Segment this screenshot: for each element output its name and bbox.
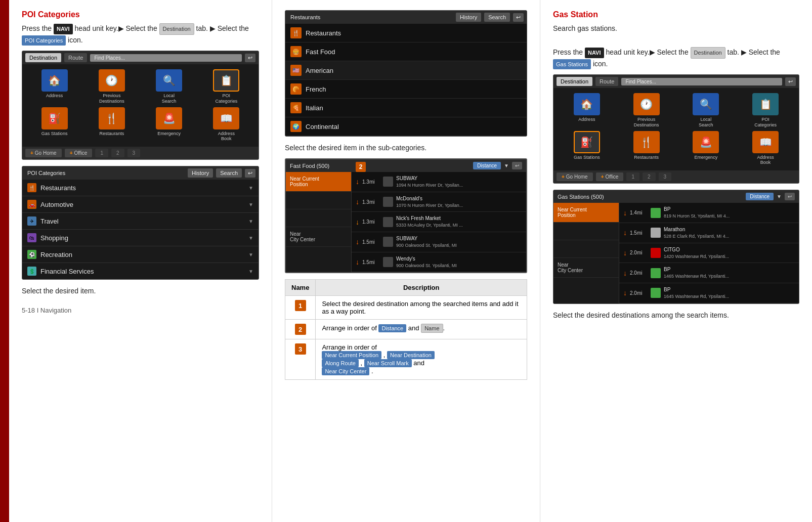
gas-search-box[interactable]: Find Places...	[621, 78, 782, 85]
nav-icon-emergency-label: Emergency	[157, 131, 181, 137]
gas-result-row-4[interactable]: ↓ 2.0mi BP1465 Washtenaw Rd, Ypsilanti..…	[619, 263, 799, 283]
gas-result-row-3[interactable]: ↓ 2.0mi CITGO1420 Washtenaw Rd, Ypsilant…	[619, 243, 799, 264]
nav-icon-prev-dest[interactable]: 🕐 PreviousDestinations	[84, 69, 139, 104]
gas-nav-icon-address[interactable]: 🏠 Address	[559, 93, 615, 128]
gas-results-title: Gas Stations (500)	[558, 194, 743, 200]
go-home-btn[interactable]: + Go Home	[25, 149, 62, 157]
table-row-2-desc: Arrange in order of Distance and Name.	[316, 320, 527, 339]
nav-icon-poi-label: POICategories	[216, 93, 238, 104]
gas-nav-icon-addrbook[interactable]: 📖 AddressBook	[737, 131, 794, 166]
distance-badge: Distance	[378, 324, 406, 332]
result-row-4[interactable]: ↓ 1.5mi SUBWAY900 Oakwood St. Ypsilanti,…	[352, 232, 526, 252]
result-dist-2: 1.3mi	[362, 199, 380, 205]
rest-item-french[interactable]: 🥐 French	[285, 80, 527, 99]
gas-nav-icon-emergency-label: Emergency	[695, 155, 718, 160]
result-row-1[interactable]: ↓ 1.3mi SUBWAY1094 N Huron River Dr, Yps…	[352, 172, 526, 192]
sidebar-item-2[interactable]	[286, 192, 351, 209]
rest-item-italian[interactable]: 🍕 Italian	[285, 99, 527, 117]
sidebar-near-city-center[interactable]: NearCity Center	[286, 227, 351, 247]
back-btn-1[interactable]: ↩	[245, 54, 255, 62]
nav-screen-2-left: POI Categories History Search ↩ 🍴 Restau…	[22, 166, 259, 280]
gas-icons-grid: 🏠 Address 🕐 PreviousDestinations 🔍 Local…	[553, 88, 799, 170]
nav-icon-poi[interactable]: 📋 POICategories	[199, 69, 253, 104]
right-para2-text3: tab. ▶ Select the	[728, 48, 780, 56]
gas-nav-icon-restaurants-label: Restaurants	[634, 155, 659, 160]
gas-sidebar-near-current[interactable]: Near CurrentPosition	[553, 203, 619, 223]
gas-back-btn-1[interactable]: ↩	[785, 77, 796, 86]
badge-2: 2	[356, 162, 366, 172]
sidebar-item-3[interactable]	[286, 209, 351, 227]
gas-result-row-1[interactable]: ↓ 1.4mi BP819 N Huron St, Ypsilanti, MI …	[619, 203, 799, 223]
gas-results-back-btn[interactable]: ↩	[785, 193, 795, 200]
search-box-1[interactable]: Find Places...	[90, 54, 242, 62]
gas-results-sort-badge[interactable]: Distance	[746, 193, 774, 200]
results-dropdown-arrow-icon[interactable]: ▼	[504, 163, 509, 168]
gas-nav-icon-prev-label: PreviousDestinations	[634, 117, 659, 128]
gas-results-sidebar: Near CurrentPosition NearCity Center	[553, 203, 619, 303]
gas-tab-dest[interactable]: Destination	[557, 77, 592, 86]
gas-result-row-2[interactable]: ↓ 1.5mi Marathon528 E Clark Rd, Ypsilant…	[619, 223, 799, 243]
rest-item-continental[interactable]: 🌍 Continental	[285, 117, 527, 136]
rest-label-american: American	[306, 67, 333, 74]
result-row-2[interactable]: ↓ 1.3mi McDonald's1070 N Huron River Dr,…	[352, 192, 526, 212]
result-row-5[interactable]: ↓ 1.5mi Wendy's900 Oakwood St. Ypsilanti…	[352, 252, 526, 273]
rest-label-italian: Italian	[306, 104, 323, 112]
gas-nav-icon-emergency[interactable]: 🚨 Emergency	[678, 131, 735, 166]
rest-item-restaurants[interactable]: 🍴 Restaurants	[285, 24, 527, 42]
gas-nav-icon-restaurants[interactable]: 🍴 Restaurants	[618, 131, 675, 166]
poi-item-financial[interactable]: 💲 Financial Services ▼	[22, 263, 259, 279]
poi-back-btn[interactable]: ↩	[245, 169, 255, 178]
gas-nav-icon-poi[interactable]: 📋 POICategories	[737, 93, 794, 128]
rest-item-american[interactable]: 🇺🇸 American	[285, 61, 527, 80]
tab-destination-1[interactable]: Destination	[25, 53, 61, 62]
gas-nav-icon-prev-box: 🕐	[633, 93, 660, 115]
poi-item-travel[interactable]: ✈ Travel ▼	[22, 213, 259, 230]
gas-nav-icon-gas[interactable]: ⛽ Gas Stations	[559, 131, 615, 166]
gas-sidebar-item-3[interactable]	[553, 240, 619, 258]
poi-screen-title: POI Categories	[25, 170, 185, 176]
gas-go-home-btn[interactable]: + Go Home	[557, 172, 593, 181]
gas-result-row-5[interactable]: ↓ 2.0mi BP1645 Washtenaw Rd, Ypsilanti..…	[619, 283, 799, 303]
rest-icon-american: 🇺🇸	[290, 65, 302, 76]
nav-icon-emergency[interactable]: 🚨 Emergency	[142, 107, 196, 142]
poi-item-restaurants[interactable]: 🍴 Restaurants ▼	[22, 180, 259, 196]
gas-num-2: 2	[643, 172, 656, 181]
poi-search-btn[interactable]: Search	[216, 168, 242, 178]
row1-text: Select the desired destination among the…	[322, 300, 518, 315]
rest-history-btn[interactable]: History	[456, 13, 481, 22]
sidebar-near-current[interactable]: Near CurrentPosition	[286, 172, 351, 192]
tab-route-1[interactable]: Route	[64, 53, 87, 62]
gas-sidebar-near-city[interactable]: NearCity Center	[553, 258, 619, 278]
gas-waypoint-icon-2: ↓	[623, 229, 627, 237]
rest-search-btn[interactable]: Search	[484, 13, 510, 22]
near-city-badge: Near City Center	[322, 367, 369, 375]
poi-item-automotive[interactable]: 🚗 Automotive ▼	[22, 196, 259, 213]
nav-icon-address[interactable]: 🏠 Address	[27, 69, 81, 104]
office-btn[interactable]: + Office	[65, 149, 93, 157]
nav-icon-gas[interactable]: ⛽ Gas Stations	[27, 107, 81, 142]
result-name-3: Nick's Fresh Market5333 McAuley Dr, Ypsi…	[396, 215, 522, 229]
gas-results-header: Gas Stations (500) Distance ▼ ↩	[553, 190, 799, 203]
results-back-btn[interactable]: ↩	[512, 162, 522, 169]
rest-item-fastfood[interactable]: 🍔 Fast Food	[285, 42, 527, 61]
gas-dropdown-arrow-icon[interactable]: ▼	[777, 194, 782, 199]
poi-arrow-recreation: ▼	[248, 252, 253, 257]
result-row-3[interactable]: ↓ 1.3mi Nick's Fresh Market5333 McAuley …	[352, 212, 526, 232]
poi-label-recreation: Recreation	[40, 251, 244, 258]
gas-nav-icon-local[interactable]: 🔍 LocalSearch	[678, 93, 735, 128]
rest-back-btn[interactable]: ↩	[513, 13, 524, 22]
poi-item-recreation[interactable]: ⚽ Recreation ▼	[22, 246, 259, 263]
nav-icon-restaurants[interactable]: 🍴 Restaurants	[84, 107, 139, 142]
gas-tab-route[interactable]: Route	[595, 77, 618, 86]
nav-icon-local-search[interactable]: 🔍 LocalSearch	[142, 69, 196, 104]
nav-icon-address-book[interactable]: 📖 AddressBook	[199, 107, 253, 142]
poi-history-btn[interactable]: History	[188, 168, 213, 178]
gas-dist-3: 2.0mi	[630, 250, 648, 255]
gas-nav-icon-prev[interactable]: 🕐 PreviousDestinations	[618, 93, 675, 128]
results-sort-badge[interactable]: Distance	[473, 162, 501, 169]
rest-header: Restaurants History Search ↩	[285, 11, 527, 24]
gas-sidebar-item-2[interactable]	[553, 223, 619, 240]
gas-office-btn[interactable]: + Office	[596, 172, 624, 181]
left-para1-text3: tab. ▶ Select the	[196, 24, 249, 32]
poi-item-shopping[interactable]: 🛍 Shopping ▼	[22, 230, 259, 246]
